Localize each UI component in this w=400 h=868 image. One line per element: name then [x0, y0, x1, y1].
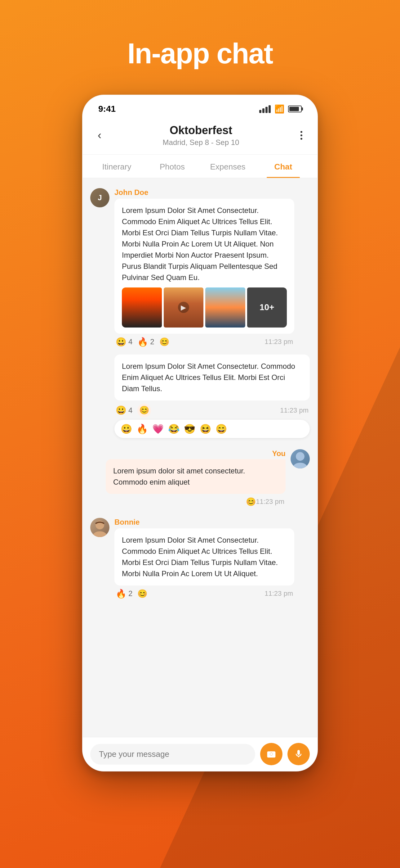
message-bubble-bonnie: Lorem Ipsum Dolor Sit Amet Consectetur. … — [114, 528, 294, 586]
trip-title: Oktoberfest — [163, 124, 239, 137]
camera-button[interactable] — [260, 743, 282, 765]
emoji-pick-smiley[interactable]: 😀 — [121, 424, 132, 434]
emoji-pick-fire[interactable]: 🔥 — [136, 424, 148, 434]
reaction-chip[interactable]: 😀 4 — [116, 337, 132, 347]
app-header: ‹ Oktoberfest Madrid, Sep 8 - Sep 10 — [83, 118, 317, 155]
avatar-bonnie — [90, 518, 109, 537]
reaction-emoji: 🔥 — [137, 337, 148, 347]
tabs-bar: Itinerary Photos Expenses Chat — [83, 155, 317, 178]
image-grid: 10+ — [122, 287, 287, 328]
image-more[interactable]: 10+ — [247, 287, 287, 328]
message-timestamp: 11:23 pm — [265, 338, 293, 346]
avatar-self — [291, 449, 310, 468]
status-icons: 📶 — [259, 104, 302, 114]
reaction-emoji: 😀 — [116, 337, 127, 347]
reactions-left-self: 😊 — [246, 497, 256, 507]
message-text: Lorem Ipsum Dolor Sit Amet Consectetur. … — [122, 361, 302, 394]
header-center: Oktoberfest Madrid, Sep 8 - Sep 10 — [163, 124, 239, 147]
reactions-row: 😀 4 🔥 2 😊 11:23 pm — [114, 337, 294, 347]
message-bubble: Lorem Ipsum Dolor Sit Amet Consectetur. … — [114, 354, 310, 400]
bubble-container-self: You Lorem ipsum dolor sit amet consectet… — [106, 449, 286, 507]
svg-point-0 — [296, 452, 304, 461]
microphone-icon — [294, 749, 304, 759]
sender-name: John Doe — [114, 188, 294, 197]
message-timestamp-bonnie: 11:23 pm — [265, 590, 293, 598]
battery-icon — [288, 105, 302, 113]
microphone-button[interactable] — [288, 743, 310, 765]
svg-point-1 — [293, 463, 308, 468]
message-bubble: Lorem Ipsum Dolor Sit Amet Consectetur. … — [114, 199, 294, 334]
message-text: Lorem Ipsum Dolor Sit Amet Consectetur. … — [122, 205, 287, 283]
message-input[interactable] — [90, 744, 255, 765]
camera-icon — [266, 749, 276, 759]
emoji-pick-grin[interactable]: 😄 — [215, 424, 227, 434]
status-time: 9:41 — [98, 104, 116, 114]
avatar: J — [90, 188, 109, 207]
bubble-container-bonnie: Bonnie Lorem Ipsum Dolor Sit Amet Consec… — [114, 518, 294, 599]
image-thumb[interactable] — [122, 287, 162, 328]
message-timestamp-self: 11:23 pm — [256, 498, 284, 506]
reaction-chip-bonnie[interactable]: 🔥 2 — [116, 589, 132, 599]
reactions-left: 😀 4 😊 — [116, 404, 151, 417]
reactions-row-bonnie: 🔥 2 😊 11:23 pm — [114, 589, 294, 599]
reaction-count: 4 — [128, 337, 132, 346]
emoji-picker: 😀 🔥 💗 😂 😎 😆 😄 — [114, 420, 310, 438]
reaction-chip[interactable]: 🔥 2 — [137, 337, 154, 347]
message-row-self: You Lorem ipsum dolor sit amet consectet… — [83, 445, 317, 510]
reactions-left-bonnie: 🔥 2 😊 — [116, 589, 147, 599]
image-thumb[interactable] — [205, 287, 245, 328]
reaction-add-button[interactable]: 😊 — [159, 337, 169, 347]
reaction-add-selected[interactable]: 😊 — [137, 404, 151, 417]
emoji-pick-cry[interactable]: 😂 — [168, 424, 179, 434]
message-indented: Lorem Ipsum Dolor Sit Amet Consectetur. … — [83, 351, 317, 442]
reaction-count-bonnie: 2 — [128, 589, 132, 598]
message-timestamp: 11:23 pm — [280, 406, 308, 414]
tab-expenses[interactable]: Expenses — [200, 155, 256, 178]
emoji-pick-sunglasses[interactable]: 😎 — [184, 424, 195, 434]
message-row: J John Doe Lorem Ipsum Dolor Sit Amet Co… — [83, 184, 317, 351]
tab-chat[interactable]: Chat — [256, 155, 311, 178]
reaction-add-self[interactable]: 😊 — [246, 497, 256, 507]
input-bar — [83, 737, 317, 771]
svg-point-3 — [93, 531, 107, 537]
svg-point-4 — [270, 753, 272, 755]
tab-itinerary[interactable]: Itinerary — [89, 155, 144, 178]
you-label: You — [272, 449, 286, 458]
reaction-add-bonnie[interactable]: 😊 — [137, 589, 147, 598]
reaction-count: 4 — [128, 406, 132, 415]
emoji-pick-laugh[interactable]: 😆 — [200, 424, 211, 434]
message-text-self: Lorem ipsum dolor sit amet consectetur. … — [113, 465, 278, 488]
status-bar: 9:41 📶 — [83, 95, 317, 118]
message-row-bonnie: Bonnie Lorem Ipsum Dolor Sit Amet Consec… — [83, 514, 317, 602]
more-button[interactable] — [298, 128, 305, 142]
reaction-chip[interactable]: 😀 4 — [116, 405, 132, 415]
sender-name-bonnie: Bonnie — [114, 518, 294, 527]
reactions-row-self: 😊 11:23 pm — [245, 497, 286, 507]
reactions-left: 😀 4 🔥 2 😊 — [116, 337, 169, 347]
bubble-container: John Doe Lorem Ipsum Dolor Sit Amet Cons… — [114, 188, 294, 347]
emoji-pick-heart[interactable]: 💗 — [152, 424, 164, 434]
message-text-bonnie: Lorem Ipsum Dolor Sit Amet Consectetur. … — [122, 535, 287, 579]
message-bubble-self: Lorem ipsum dolor sit amet consectetur. … — [106, 459, 286, 494]
reaction-emoji: 😀 — [116, 405, 127, 415]
image-thumb[interactable] — [164, 287, 204, 328]
hero-title: In-app chat — [128, 37, 273, 70]
wifi-icon: 📶 — [274, 104, 284, 114]
trip-subtitle: Madrid, Sep 8 - Sep 10 — [163, 138, 239, 147]
signal-icon — [259, 105, 271, 113]
reactions-row: 😀 4 😊 11:23 pm — [114, 404, 310, 417]
tab-photos[interactable]: Photos — [144, 155, 200, 178]
phone-frame: 9:41 📶 ‹ Oktoberfest Madrid, Sep 8 - Sep… — [82, 95, 318, 771]
back-button[interactable]: ‹ — [95, 126, 104, 144]
reaction-count: 2 — [150, 337, 154, 346]
chat-content: J John Doe Lorem Ipsum Dolor Sit Amet Co… — [83, 178, 317, 737]
reaction-emoji-fire: 🔥 — [116, 589, 127, 599]
